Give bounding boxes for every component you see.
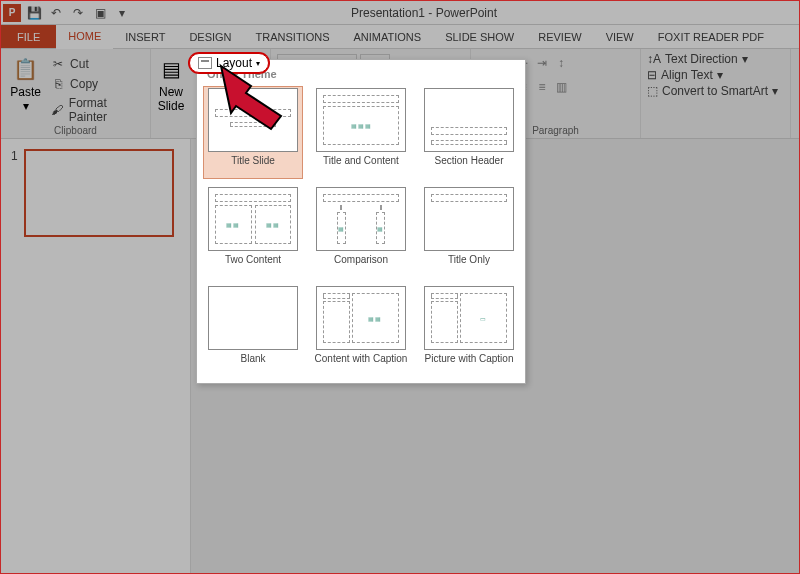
layout-label: Title Slide bbox=[231, 155, 275, 177]
layout-icon bbox=[198, 57, 212, 69]
redo-icon[interactable]: ↷ bbox=[69, 4, 87, 22]
layout-comparison[interactable]: ▦▦ Comparison bbox=[311, 185, 411, 278]
tab-home[interactable]: HOME bbox=[56, 25, 113, 49]
app-icon: P bbox=[3, 4, 21, 22]
qat-dropdown-icon[interactable]: ▾ bbox=[113, 4, 131, 22]
paste-label: Paste bbox=[10, 85, 41, 99]
new-slide-icon: ▤ bbox=[157, 55, 185, 83]
start-from-beginning-icon[interactable]: ▣ bbox=[91, 4, 109, 22]
thumbnail-slide-1[interactable] bbox=[24, 149, 174, 237]
layout-two-content[interactable]: ▦▦▦▦ Two Content bbox=[203, 185, 303, 278]
columns-icon[interactable]: ▥ bbox=[553, 78, 569, 96]
line-spacing-icon[interactable]: ↕ bbox=[553, 54, 569, 72]
tab-transitions[interactable]: TRANSITIONS bbox=[244, 25, 342, 48]
ribbon-tabs: FILE HOME INSERT DESIGN TRANSITIONS ANIM… bbox=[1, 25, 799, 49]
layout-picture-with-caption[interactable]: ▭ Picture with Caption bbox=[419, 284, 519, 377]
layout-label: Two Content bbox=[225, 254, 281, 276]
tab-foxit[interactable]: FOXIT READER PDF bbox=[646, 25, 776, 48]
layout-gallery: Office Theme Title Slide ▦▦▦ Title and C… bbox=[196, 59, 526, 384]
paste-button[interactable]: 📋 Paste ▾ bbox=[7, 51, 44, 136]
title-bar: P 💾 ↶ ↷ ▣ ▾ Presentation1 - PowerPoint bbox=[1, 1, 799, 25]
group-clipboard: 📋 Paste ▾ ✂Cut ⎘Copy 🖌Format Painter Cli… bbox=[1, 49, 151, 138]
quick-access-toolbar: 💾 ↶ ↷ ▣ ▾ bbox=[25, 4, 131, 22]
layout-label: Blank bbox=[240, 353, 265, 375]
thumbnail-row[interactable]: 1 bbox=[11, 149, 180, 237]
layout-section-header[interactable]: Section Header bbox=[419, 86, 519, 179]
layout-button[interactable]: Layout ▾ bbox=[189, 53, 269, 73]
chevron-down-icon: ▾ bbox=[23, 99, 29, 113]
cut-button[interactable]: ✂Cut bbox=[48, 55, 144, 73]
layout-title-only[interactable]: Title Only bbox=[419, 185, 519, 278]
save-icon[interactable]: 💾 bbox=[25, 4, 43, 22]
convert-smartart-button[interactable]: ⬚Convert to SmartArt▾ bbox=[647, 83, 784, 99]
thumbnail-number: 1 bbox=[11, 149, 18, 237]
align-text-button[interactable]: ⊟Align Text▾ bbox=[647, 67, 784, 83]
format-painter-button[interactable]: 🖌Format Painter bbox=[48, 95, 144, 125]
chevron-down-icon: ▾ bbox=[717, 68, 723, 82]
layout-label: Title Only bbox=[448, 254, 490, 276]
chevron-down-icon: ▾ bbox=[742, 52, 748, 66]
layout-label: Layout bbox=[216, 56, 252, 70]
tab-view[interactable]: VIEW bbox=[594, 25, 646, 48]
layout-blank[interactable]: Blank bbox=[203, 284, 303, 377]
tab-review[interactable]: REVIEW bbox=[526, 25, 593, 48]
new-slide-label: New Slide bbox=[158, 85, 185, 113]
tab-design[interactable]: DESIGN bbox=[177, 25, 243, 48]
smartart-icon: ⬚ bbox=[647, 84, 658, 98]
chevron-down-icon: ▾ bbox=[256, 59, 260, 68]
copy-button[interactable]: ⎘Copy bbox=[48, 75, 144, 93]
tab-animations[interactable]: ANIMATIONS bbox=[342, 25, 434, 48]
chevron-down-icon: ▾ bbox=[772, 84, 778, 98]
justify-icon[interactable]: ≡ bbox=[534, 78, 550, 96]
layout-content-with-caption[interactable]: ▦▦ Content with Caption bbox=[311, 284, 411, 377]
layout-title-slide[interactable]: Title Slide bbox=[203, 86, 303, 179]
align-text-icon: ⊟ bbox=[647, 68, 657, 82]
paste-icon: 📋 bbox=[12, 55, 40, 83]
layout-title-and-content[interactable]: ▦▦▦ Title and Content bbox=[311, 86, 411, 179]
new-slide-button[interactable]: ▤ New Slide bbox=[157, 51, 185, 113]
tab-file[interactable]: FILE bbox=[1, 25, 56, 48]
layout-label: Picture with Caption bbox=[425, 353, 514, 375]
group-label-clipboard: Clipboard bbox=[1, 125, 150, 136]
layout-label: Title and Content bbox=[323, 155, 399, 177]
text-direction-button[interactable]: ↕AText Direction▾ bbox=[647, 51, 784, 67]
undo-icon[interactable]: ↶ bbox=[47, 4, 65, 22]
copy-icon: ⎘ bbox=[50, 76, 66, 92]
tab-insert[interactable]: INSERT bbox=[113, 25, 177, 48]
increase-indent-icon[interactable]: ⇥ bbox=[534, 54, 550, 72]
slide-thumbnails-pane: 1 bbox=[1, 139, 191, 573]
cut-icon: ✂ bbox=[50, 56, 66, 72]
group-paragraph-extra: ↕AText Direction▾ ⊟Align Text▾ ⬚Convert … bbox=[641, 49, 791, 138]
format-painter-icon: 🖌 bbox=[50, 102, 65, 118]
text-direction-icon: ↕A bbox=[647, 52, 661, 66]
tab-slideshow[interactable]: SLIDE SHOW bbox=[433, 25, 526, 48]
window-title: Presentation1 - PowerPoint bbox=[131, 6, 797, 20]
layout-label: Comparison bbox=[334, 254, 388, 276]
layout-label: Section Header bbox=[435, 155, 504, 177]
layout-label: Content with Caption bbox=[315, 353, 408, 375]
